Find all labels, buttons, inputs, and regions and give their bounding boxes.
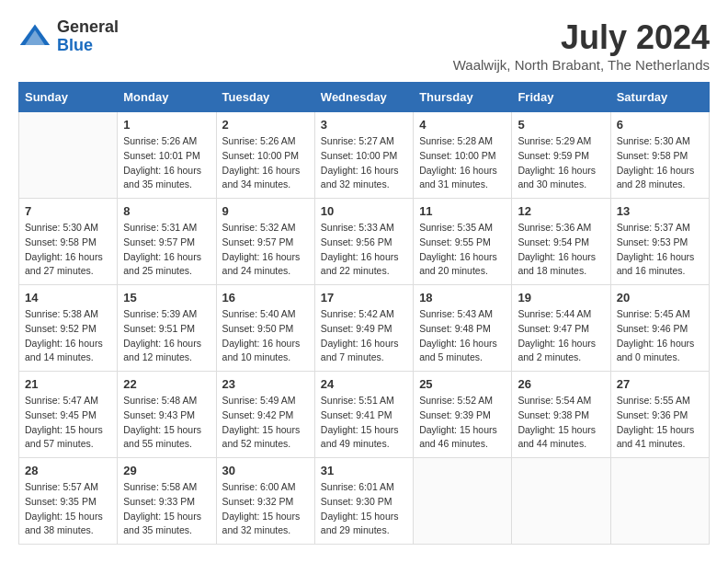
header-thursday: Thursday [414,83,512,112]
day-number: 13 [617,204,703,218]
calendar-cell: 20Sunrise: 5:45 AMSunset: 9:46 PMDayligh… [610,285,709,372]
day-number: 3 [321,118,407,132]
day-number: 10 [321,204,407,218]
logo-blue: Blue [57,36,93,54]
calendar-cell: 18Sunrise: 5:43 AMSunset: 9:48 PMDayligh… [414,285,512,372]
day-info: Sunrise: 5:35 AMSunset: 9:55 PMDaylight:… [419,221,506,279]
day-info: Sunrise: 5:28 AMSunset: 10:00 PMDaylight… [419,134,506,192]
month-title: July 2024 [453,18,710,57]
day-info: Sunrise: 5:55 AMSunset: 9:36 PMDaylight:… [617,394,703,452]
calendar-cell: 27Sunrise: 5:55 AMSunset: 9:36 PMDayligh… [610,372,709,458]
day-number: 26 [518,377,604,391]
day-info: Sunrise: 5:33 AMSunset: 9:56 PMDaylight:… [321,221,407,279]
day-number: 15 [123,291,210,304]
day-info: Sunrise: 5:52 AMSunset: 9:39 PMDaylight:… [419,394,506,452]
day-number: 25 [419,377,506,391]
day-info: Sunrise: 5:47 AMSunset: 9:45 PMDaylight:… [25,394,111,452]
day-info: Sunrise: 5:54 AMSunset: 9:38 PMDaylight:… [518,394,604,452]
logo-icon [18,20,51,53]
calendar-cell: 31Sunrise: 6:01 AMSunset: 9:30 PMDayligh… [314,458,413,545]
day-number: 23 [222,377,309,391]
calendar-cell: 26Sunrise: 5:54 AMSunset: 9:38 PMDayligh… [512,372,610,458]
day-info: Sunrise: 5:30 AMSunset: 9:58 PMDaylight:… [25,221,111,279]
calendar-header-row: SundayMondayTuesdayWednesdayThursdayFrid… [19,83,710,112]
logo: General Blue [18,18,119,55]
day-info: Sunrise: 5:32 AMSunset: 9:57 PMDaylight:… [222,221,309,279]
day-number: 21 [25,377,111,391]
calendar-cell [512,458,610,545]
day-info: Sunrise: 5:51 AMSunset: 9:41 PMDaylight:… [321,394,407,452]
day-info: Sunrise: 5:37 AMSunset: 9:53 PMDaylight:… [617,221,703,279]
day-info: Sunrise: 5:58 AMSunset: 9:33 PMDaylight:… [123,480,210,538]
day-number: 7 [25,204,111,218]
calendar-cell: 2Sunrise: 5:26 AMSunset: 10:00 PMDayligh… [216,112,314,199]
day-info: Sunrise: 5:44 AMSunset: 9:47 PMDaylight:… [518,307,604,365]
calendar-week-1: 1Sunrise: 5:26 AMSunset: 10:01 PMDayligh… [19,112,710,199]
day-info: Sunrise: 5:27 AMSunset: 10:00 PMDaylight… [321,134,407,192]
page-header: General Blue July 2024 Waalwijk, North B… [18,18,710,73]
calendar-cell: 24Sunrise: 5:51 AMSunset: 9:41 PMDayligh… [314,372,413,458]
day-number: 14 [25,291,111,304]
calendar-cell [19,112,118,199]
day-number: 28 [25,464,111,477]
calendar-cell: 15Sunrise: 5:39 AMSunset: 9:51 PMDayligh… [118,285,216,372]
calendar-cell: 28Sunrise: 5:57 AMSunset: 9:35 PMDayligh… [19,458,118,545]
calendar-cell: 8Sunrise: 5:31 AMSunset: 9:57 PMDaylight… [118,199,216,285]
day-number: 30 [222,464,309,477]
day-info: Sunrise: 5:26 AMSunset: 10:01 PMDaylight… [123,134,210,192]
day-info: Sunrise: 5:57 AMSunset: 9:35 PMDaylight:… [25,480,111,538]
calendar-table: SundayMondayTuesdayWednesdayThursdayFrid… [18,82,710,545]
calendar-cell: 9Sunrise: 5:32 AMSunset: 9:57 PMDaylight… [216,199,314,285]
header-friday: Friday [512,83,610,112]
calendar-cell: 19Sunrise: 5:44 AMSunset: 9:47 PMDayligh… [512,285,610,372]
calendar-week-3: 14Sunrise: 5:38 AMSunset: 9:52 PMDayligh… [19,285,710,372]
calendar-cell [414,458,512,545]
calendar-cell: 22Sunrise: 5:48 AMSunset: 9:43 PMDayligh… [118,372,216,458]
calendar-cell: 29Sunrise: 5:58 AMSunset: 9:33 PMDayligh… [118,458,216,545]
calendar-cell: 17Sunrise: 5:42 AMSunset: 9:49 PMDayligh… [314,285,413,372]
day-number: 4 [419,118,506,132]
header-monday: Monday [118,83,216,112]
day-info: Sunrise: 5:39 AMSunset: 9:51 PMDaylight:… [123,307,210,365]
day-number: 16 [222,291,309,304]
day-number: 11 [419,204,506,218]
header-tuesday: Tuesday [216,83,314,112]
calendar-cell: 14Sunrise: 5:38 AMSunset: 9:52 PMDayligh… [19,285,118,372]
day-number: 22 [123,377,210,391]
day-number: 9 [222,204,309,218]
title-block: July 2024 Waalwijk, North Brabant, The N… [453,18,710,73]
calendar-cell [610,458,709,545]
day-info: Sunrise: 5:38 AMSunset: 9:52 PMDaylight:… [25,307,111,365]
day-info: Sunrise: 5:30 AMSunset: 9:58 PMDaylight:… [617,134,703,192]
logo-text: General Blue [57,18,119,55]
calendar-cell: 6Sunrise: 5:30 AMSunset: 9:58 PMDaylight… [610,112,709,199]
day-number: 2 [222,118,309,132]
day-number: 1 [123,118,210,132]
day-number: 29 [123,464,210,477]
calendar-cell: 3Sunrise: 5:27 AMSunset: 10:00 PMDayligh… [314,112,413,199]
day-number: 31 [321,464,407,477]
header-saturday: Saturday [610,83,709,112]
day-info: Sunrise: 5:36 AMSunset: 9:54 PMDaylight:… [518,221,604,279]
calendar-cell: 13Sunrise: 5:37 AMSunset: 9:53 PMDayligh… [610,199,709,285]
calendar-cell: 5Sunrise: 5:29 AMSunset: 9:59 PMDaylight… [512,112,610,199]
calendar-cell: 16Sunrise: 5:40 AMSunset: 9:50 PMDayligh… [216,285,314,372]
calendar-cell: 25Sunrise: 5:52 AMSunset: 9:39 PMDayligh… [414,372,512,458]
calendar-cell: 21Sunrise: 5:47 AMSunset: 9:45 PMDayligh… [19,372,118,458]
calendar-cell: 11Sunrise: 5:35 AMSunset: 9:55 PMDayligh… [414,199,512,285]
calendar-week-2: 7Sunrise: 5:30 AMSunset: 9:58 PMDaylight… [19,199,710,285]
calendar-cell: 23Sunrise: 5:49 AMSunset: 9:42 PMDayligh… [216,372,314,458]
calendar-week-5: 28Sunrise: 5:57 AMSunset: 9:35 PMDayligh… [19,458,710,545]
calendar-cell: 30Sunrise: 6:00 AMSunset: 9:32 PMDayligh… [216,458,314,545]
day-number: 27 [617,377,703,391]
day-info: Sunrise: 5:29 AMSunset: 9:59 PMDaylight:… [518,134,604,192]
calendar-cell: 7Sunrise: 5:30 AMSunset: 9:58 PMDaylight… [19,199,118,285]
day-info: Sunrise: 5:42 AMSunset: 9:49 PMDaylight:… [321,307,407,365]
calendar-cell: 12Sunrise: 5:36 AMSunset: 9:54 PMDayligh… [512,199,610,285]
day-info: Sunrise: 5:48 AMSunset: 9:43 PMDaylight:… [123,394,210,452]
day-number: 17 [321,291,407,304]
day-info: Sunrise: 5:26 AMSunset: 10:00 PMDaylight… [222,134,309,192]
day-number: 20 [617,291,703,304]
day-number: 5 [518,118,604,132]
day-number: 24 [321,377,407,391]
